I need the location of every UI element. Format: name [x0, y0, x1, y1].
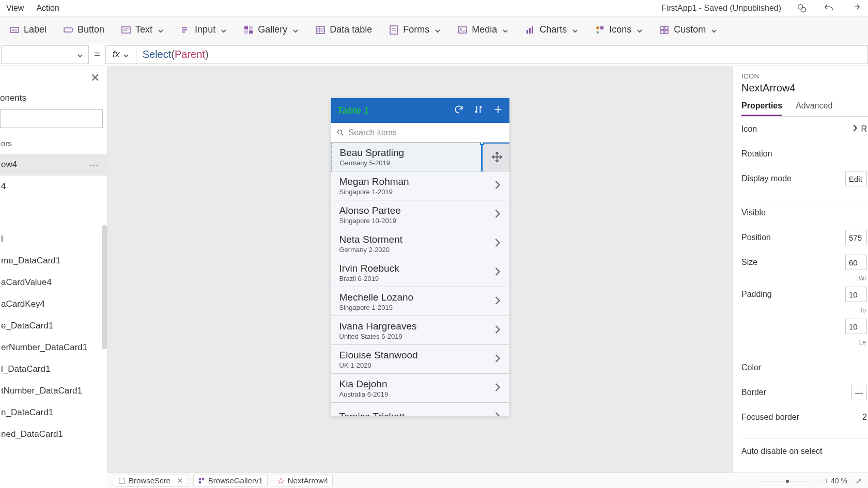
chevron-right-icon[interactable]: [494, 266, 501, 279]
ribbon-forms[interactable]: Forms: [383, 22, 446, 37]
chevron-right-icon[interactable]: [494, 237, 501, 250]
ribbon-text[interactable]: Text: [116, 22, 169, 37]
tree-view-panel: ✕ onents ors ow4 ⋯ 4 lme_DataCard1aCardV…: [0, 66, 107, 473]
refresh-icon[interactable]: [454, 104, 464, 117]
tree-item[interactable]: n_DataCard1: [0, 402, 107, 423]
tree-item[interactable]: l_DataCard1: [0, 358, 107, 380]
chevron-down-icon: [221, 27, 227, 33]
list-item[interactable]: Irvin RoebuckBrazil 6-2019: [331, 258, 509, 287]
breadcrumb-screen[interactable]: BrowseScre ✕: [114, 475, 188, 487]
ribbon-icons[interactable]: Icons: [590, 22, 648, 37]
chevron-right-icon[interactable]: [494, 208, 501, 222]
list-item-title: Beau Spratling: [340, 147, 405, 159]
undo-icon[interactable]: [823, 2, 835, 14]
fx-button[interactable]: fx: [105, 45, 136, 64]
ribbon-input[interactable]: Input: [175, 22, 232, 37]
equals-sign: =: [89, 49, 105, 60]
tab-properties[interactable]: Properties: [741, 101, 782, 116]
list-item-title: Irvin Roebuck: [339, 263, 399, 274]
breadcrumb-icon[interactable]: NextArrow4: [273, 475, 333, 486]
chevron-right-icon[interactable]: [494, 324, 501, 337]
ribbon-media[interactable]: Media: [452, 22, 514, 37]
gallery-icon: [243, 25, 254, 35]
more-icon[interactable]: ⋯: [89, 159, 100, 170]
tree-item[interactable]: me_DataCard1: [0, 250, 107, 272]
prop-padding: Padding 10: [741, 282, 868, 307]
scrollbar[interactable]: [102, 225, 107, 349]
list-item[interactable]: Tamica Trickett: [331, 403, 509, 416]
tree-item[interactable]: tNumber_DataCard1: [0, 380, 107, 402]
chevron-right-icon[interactable]: [494, 179, 501, 193]
expand-icon[interactable]: ⤢: [856, 477, 862, 485]
menu-view[interactable]: View: [6, 4, 24, 13]
menu-bar: View Action FirstApp1 - Saved (Unpublish…: [0, 0, 868, 17]
tree-item[interactable]: 4: [0, 176, 107, 197]
list-item[interactable]: Elouise StanwoodUK 1-2020: [331, 345, 509, 374]
list-item[interactable]: Alonso ParteeSingapore 10-2019: [331, 200, 509, 229]
ribbon-label[interactable]: Aa Label: [4, 22, 52, 37]
redo-icon[interactable]: [849, 2, 862, 14]
ribbon-custom[interactable]: Custom: [654, 22, 722, 37]
property-dropdown[interactable]: [1, 45, 89, 64]
border-value[interactable]: —: [851, 385, 867, 400]
properties-panel: ICON NextArrow4 Properties Advanced Icon…: [733, 66, 868, 473]
list-item[interactable]: Mechelle LozanoSingapore 1-2019: [331, 287, 509, 316]
selection-box[interactable]: [481, 143, 509, 174]
list-item-subtitle: Singapore 1-2019: [339, 188, 409, 196]
list-item[interactable]: Ivana HargreavesUnited States 6-2019: [331, 316, 509, 345]
list-item-title: Tamica Trickett: [339, 411, 405, 416]
search-box[interactable]: Search items: [331, 123, 509, 143]
tree-item-selected[interactable]: ow4 ⋯: [0, 154, 107, 176]
chevron-right-icon[interactable]: [494, 411, 501, 416]
svg-point-0: [798, 4, 803, 9]
svg-rect-36: [202, 478, 204, 480]
breadcrumb-gallery[interactable]: BrowseGallerv1: [193, 475, 268, 486]
tree-search-input[interactable]: [0, 109, 103, 128]
list-item[interactable]: Kia DejohnAustralia 6-2019: [331, 374, 509, 403]
canvas[interactable]: Table 1 Search items Beau SpratlingGerma…: [107, 66, 733, 473]
tree-item[interactable]: ned_DataCard1: [0, 423, 107, 445]
chevron-right-icon[interactable]: [494, 353, 501, 366]
ribbon-data-table[interactable]: Data table: [310, 22, 377, 37]
size-w-value[interactable]: 60: [845, 255, 867, 270]
svg-rect-22: [458, 27, 467, 33]
padding-left-value[interactable]: 10: [845, 319, 867, 334]
padding-sublabel-le: Le: [741, 339, 868, 346]
tree-tab-components[interactable]: onents: [0, 90, 107, 106]
prop-padding-left: 10: [741, 314, 868, 339]
tree-item[interactable]: ors: [0, 132, 107, 154]
tab-advanced[interactable]: Advanced: [796, 101, 832, 116]
close-icon[interactable]: ✕: [90, 71, 100, 85]
tree-item[interactable]: e_DataCard1: [0, 315, 107, 337]
tree-item[interactable]: aCardKey4: [0, 293, 107, 315]
app-title: FirstApp1 - Saved (Unpublished): [661, 4, 781, 13]
menu-action[interactable]: Action: [36, 4, 59, 13]
padding-top-value[interactable]: 10: [845, 287, 867, 302]
position-x-value[interactable]: 575: [845, 230, 867, 245]
search-icon: [336, 129, 345, 137]
list-item-title: Mechelle Lozano: [339, 292, 414, 303]
svg-rect-34: [119, 478, 125, 483]
formula-input[interactable]: Select(Parent): [136, 45, 868, 64]
sort-icon[interactable]: [473, 104, 484, 117]
list-item[interactable]: Beau SpratlingGermany 5-2019: [331, 143, 509, 171]
list-item[interactable]: Neta StormentGermany 2-2020: [331, 229, 509, 258]
close-icon[interactable]: ✕: [177, 476, 183, 485]
label-icon: Aa: [9, 25, 20, 35]
tree-item[interactable]: erNumber_DataCard1: [0, 337, 107, 358]
chevron-right-icon[interactable]: [494, 382, 501, 395]
tree-item[interactable]: aCardValue4: [0, 272, 107, 293]
ribbon-button[interactable]: Button: [58, 22, 110, 37]
prop-visible: Visible: [741, 200, 868, 225]
control-name: NextArrow4: [741, 82, 868, 94]
app-checker-icon[interactable]: [796, 2, 808, 14]
display-mode-value[interactable]: Edit: [845, 171, 867, 186]
ribbon-gallery[interactable]: Gallery: [238, 22, 304, 37]
ribbon-charts[interactable]: Charts: [520, 22, 583, 37]
tree-item[interactable]: l: [0, 228, 107, 250]
chevron-right-icon[interactable]: [494, 295, 501, 308]
zoom-slider[interactable]: ─────●────: [760, 477, 810, 485]
add-icon[interactable]: [493, 104, 503, 117]
list-item[interactable]: Megan RohmanSingapore 1-2019: [331, 171, 509, 200]
chevron-down-icon: [77, 52, 83, 58]
